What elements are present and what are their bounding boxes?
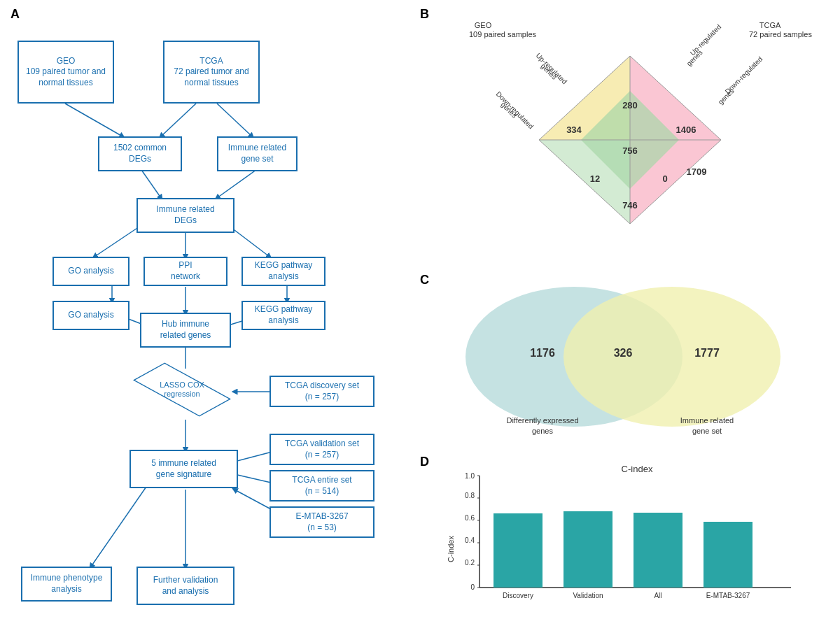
svg-text:0.6: 0.6	[465, 514, 475, 522]
immune-degs-box: Immune related DEGs	[136, 198, 234, 233]
svg-text:0: 0	[470, 583, 475, 591]
svg-text:756: 756	[622, 145, 638, 156]
immune-phenotype-box: Immune phenotype analysis	[21, 567, 112, 602]
svg-line-20	[91, 476, 154, 567]
panel-b: B GEO 109 paired samples TCGA 72 paired …	[420, 7, 833, 273]
svg-point-50	[564, 287, 780, 427]
immune-gene-set-box: Immune related gene set	[217, 136, 298, 171]
svg-text:Immune related: Immune related	[680, 416, 734, 425]
five-genes-box: 5 immune related gene signature	[130, 450, 238, 488]
tcga-discovery-box: TCGA discovery set (n = 257)	[270, 376, 374, 407]
svg-line-4	[217, 168, 259, 198]
svg-text:0: 0	[662, 173, 667, 184]
svg-text:1.0: 1.0	[465, 472, 475, 480]
svg-text:Validation: Validation	[573, 592, 603, 599]
svg-text:0.8: 0.8	[465, 492, 475, 499]
svg-text:280: 280	[622, 100, 638, 111]
svg-rect-74	[493, 513, 542, 588]
go-analysis-2-box: GO analysis	[52, 301, 130, 330]
kegg-1-box: KEGG pathway analysis	[241, 257, 326, 286]
svg-text:Differently expressed: Differently expressed	[506, 416, 578, 425]
svg-text:E-MTAB-3267: E-MTAB-3267	[706, 592, 750, 599]
svg-line-3	[140, 168, 161, 198]
tcga-validation-box: TCGA validation set (n = 257)	[270, 434, 374, 465]
panel-d: D C-index C-index 1.0 0.8 0.6 0.4 0.2 0	[420, 455, 833, 623]
hub-genes-box: Hub immune related genes	[140, 313, 231, 348]
tcga-box: TCGA 72 paired tumor and normal tissues	[163, 41, 260, 104]
geo-box: GEO 109 paired tumor and normal tissues	[18, 41, 114, 104]
svg-text:TCGA: TCGA	[760, 21, 781, 29]
svg-text:334: 334	[566, 125, 582, 135]
svg-text:1777: 1777	[694, 347, 720, 359]
common-degs-box: 1502 common DEGs	[98, 136, 182, 171]
svg-text:1176: 1176	[530, 347, 555, 359]
panel-c: C 1176 326 1777 Differently expressed ge…	[420, 273, 833, 455]
svg-text:C-index: C-index	[622, 464, 653, 474]
svg-text:C-index: C-index	[447, 536, 455, 562]
lasso-cox-diamond: LASSO COX regression	[136, 369, 227, 411]
svg-text:0.2: 0.2	[465, 559, 475, 567]
svg-text:GEO: GEO	[475, 21, 492, 29]
panel-d-label: D	[420, 455, 429, 469]
svg-text:0.4: 0.4	[465, 536, 475, 544]
svg-text:109 paired samples: 109 paired samples	[469, 30, 537, 38]
svg-text:All: All	[654, 592, 662, 599]
svg-text:746: 746	[622, 200, 638, 211]
svg-text:1406: 1406	[676, 125, 696, 135]
svg-text:genes: genes	[532, 427, 553, 435]
svg-rect-80	[704, 522, 752, 588]
svg-line-2	[217, 104, 252, 136]
svg-text:326: 326	[614, 347, 633, 359]
emtab-box: E-MTAB-3267 (n = 53)	[270, 506, 374, 538]
go-analysis-1-box: GO analysis	[52, 257, 130, 286]
svg-text:12: 12	[590, 173, 600, 184]
panel-a-label: A	[10, 7, 20, 22]
svg-text:Up-regulated: Up-regulated	[689, 23, 723, 57]
further-validation-box: Further validation and analysis	[136, 567, 234, 605]
svg-text:gene set: gene set	[692, 427, 722, 435]
svg-text:1709: 1709	[687, 166, 707, 177]
svg-text:72 paired samples: 72 paired samples	[749, 30, 812, 38]
ppi-network-box: PPI network	[144, 257, 227, 286]
svg-line-1	[161, 104, 196, 136]
svg-rect-76	[564, 511, 612, 588]
svg-text:Discovery: Discovery	[503, 592, 533, 599]
kegg-2-box: KEGG pathway analysis	[241, 301, 326, 330]
svg-rect-78	[634, 513, 682, 588]
svg-line-0	[65, 104, 122, 136]
tcga-entire-box: TCGA entire set (n = 514)	[270, 470, 374, 501]
